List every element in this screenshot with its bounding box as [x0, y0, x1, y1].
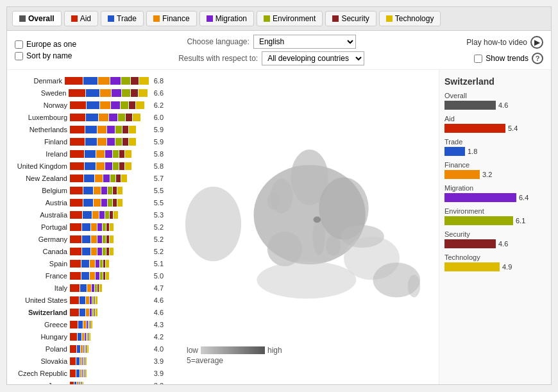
- tab-finance[interactable]: Finance: [146, 11, 197, 26]
- bar-segment: [70, 199, 83, 207]
- trade-icon: [108, 15, 114, 22]
- bar-segment: [82, 248, 90, 255]
- list-item[interactable]: Ireland5.8: [13, 148, 164, 160]
- bar-segment: [123, 138, 128, 146]
- list-item[interactable]: Japan3.3: [13, 380, 164, 384]
- right-controls: Play how-to video ▶ Show trends ?: [466, 36, 543, 64]
- country-score: 5.7: [148, 175, 164, 182]
- list-item[interactable]: France5.0: [13, 270, 164, 282]
- language-select[interactable]: English: [253, 35, 356, 49]
- list-item[interactable]: New Zealand5.7: [13, 173, 164, 184]
- bar-segment: [91, 235, 97, 243]
- bar-segment: [91, 223, 97, 231]
- tab-aid[interactable]: Aid: [64, 11, 98, 26]
- help-icon[interactable]: ?: [532, 53, 543, 64]
- list-item[interactable]: United Kingdom5.8: [13, 160, 164, 172]
- country-name: Spain: [13, 260, 70, 268]
- bar-segment: [85, 162, 96, 170]
- metric-score: 6.4: [519, 194, 528, 201]
- list-item[interactable]: Switzerland4.6: [13, 307, 164, 318]
- country-name: Luxembourg: [13, 114, 70, 121]
- bar-segment: [84, 175, 94, 182]
- europe-as-one-checkbox[interactable]: Europe as one: [15, 40, 76, 49]
- bar-segment: [119, 150, 124, 158]
- country-score: 5.2: [148, 248, 164, 255]
- show-trends-checkbox[interactable]: Show trends: [474, 54, 528, 63]
- bar-segment: [83, 211, 92, 219]
- list-item[interactable]: Portugal5.2: [13, 221, 164, 233]
- metric-bar-wrap: 1.8: [444, 147, 546, 156]
- country-score: 3.3: [148, 382, 164, 384]
- show-trends-input[interactable]: [474, 55, 482, 63]
- bar-segment: [80, 296, 85, 304]
- bar-segment: [107, 126, 115, 133]
- list-item[interactable]: Spain5.1: [13, 258, 164, 269]
- list-item[interactable]: United States4.6: [13, 294, 164, 306]
- list-item[interactable]: Austria5.5: [13, 197, 164, 209]
- bar-segment: [70, 114, 85, 121]
- bar-segment: [94, 309, 95, 316]
- country-name: Denmark: [13, 77, 65, 85]
- list-item[interactable]: Finland5.9: [13, 136, 164, 148]
- list-item[interactable]: Hungary4.2: [13, 331, 164, 343]
- play-button-icon[interactable]: ▶: [530, 36, 543, 49]
- tab-overall[interactable]: Overall: [12, 11, 62, 26]
- list-item[interactable]: Netherlands5.9: [13, 124, 164, 135]
- bar-segment: [86, 370, 87, 377]
- list-item[interactable]: Luxembourg6.0: [13, 112, 164, 123]
- center-controls: Choose language: English Results with re…: [89, 35, 453, 65]
- results-select[interactable]: All developing countries: [262, 51, 364, 65]
- environment-icon: [264, 15, 270, 22]
- list-item[interactable]: Canada5.2: [13, 246, 164, 257]
- list-item[interactable]: Denmark6.8: [13, 75, 164, 87]
- tab-environment[interactable]: Environment: [257, 11, 323, 26]
- list-item[interactable]: Belgium5.5: [13, 185, 164, 196]
- country-name: Sweden: [13, 89, 69, 97]
- bar-segment: [113, 199, 117, 207]
- play-video-link[interactable]: Play how-to video ▶: [466, 36, 543, 49]
- bar-segment: [123, 126, 128, 133]
- bar-segment: [81, 345, 83, 353]
- sort-by-name-checkbox[interactable]: Sort by name: [15, 51, 76, 60]
- list-item[interactable]: Czech Republic3.9: [13, 368, 164, 379]
- country-name: Switzerland: [13, 309, 70, 316]
- tab-technology[interactable]: Technology: [379, 11, 441, 26]
- bar-segment: [70, 235, 81, 243]
- list-item[interactable]: Germany5.2: [13, 234, 164, 245]
- list-item[interactable]: Slovakia3.9: [13, 355, 164, 367]
- country-score: 4.7: [148, 284, 164, 292]
- bar-segment: [78, 321, 83, 328]
- bar-segment: [80, 370, 81, 377]
- tab-trade[interactable]: Trade: [101, 11, 144, 26]
- bar-segment: [70, 162, 84, 170]
- metric-row: Environment6.1: [444, 207, 546, 225]
- bar-segment: [119, 162, 124, 170]
- list-item[interactable]: Australia5.3: [13, 209, 164, 221]
- tab-security[interactable]: Security: [325, 11, 376, 26]
- list-item[interactable]: Italy4.7: [13, 282, 164, 294]
- list-item[interactable]: Norway6.2: [13, 99, 164, 111]
- country-score: 6.6: [148, 89, 164, 97]
- country-name: Japan: [13, 382, 70, 384]
- list-item[interactable]: Sweden6.6: [13, 87, 164, 99]
- sort-by-name-input[interactable]: [15, 52, 23, 60]
- main-content: Denmark6.8Sweden6.6Norway6.2Luxembourg6.…: [7, 70, 551, 384]
- bar-segment: [82, 235, 90, 243]
- list-item[interactable]: Poland4.0: [13, 343, 164, 355]
- list-item[interactable]: Greece4.3: [13, 319, 164, 330]
- country-bar: [70, 382, 148, 384]
- metric-label: Aid: [444, 115, 546, 123]
- bar-segment: [122, 89, 130, 97]
- bar-segment: [110, 235, 114, 243]
- bar-segment: [65, 77, 83, 85]
- bar-segment: [110, 175, 115, 182]
- tab-migration[interactable]: Migration: [199, 11, 254, 26]
- country-score: 4.6: [148, 309, 164, 316]
- bar-segment: [70, 309, 79, 316]
- country-bar: [70, 150, 148, 158]
- bar-segment: [70, 248, 81, 255]
- europe-as-one-input[interactable]: [15, 40, 23, 49]
- svg-point-13: [185, 187, 241, 261]
- country-score: 6.2: [148, 101, 164, 109]
- bar-segment: [118, 114, 125, 121]
